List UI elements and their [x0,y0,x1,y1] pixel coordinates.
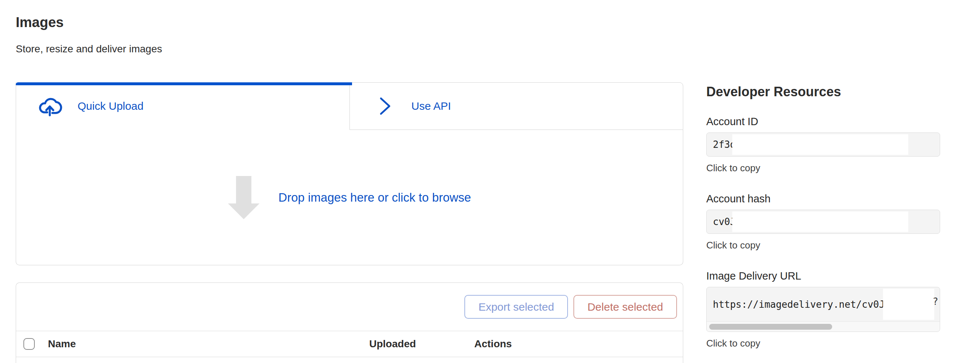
account-hash-copy-hint: Click to copy [706,240,940,251]
image-drop-zone[interactable]: Drop images here or click to browse [16,130,683,265]
account-id-label: Account ID [706,116,940,128]
redaction-overlay [732,134,908,155]
cloud-upload-icon [37,96,62,117]
image-list-panel: Export selected Delete selected Name Upl… [16,282,683,363]
horizontal-scrollbar-track [706,321,940,332]
account-id-copy-hint: Click to copy [706,162,940,174]
delete-selected-button[interactable]: Delete selected [573,295,677,319]
page-title: Images [16,14,64,30]
column-header-name: Name [48,338,76,350]
column-header-actions: Actions [474,338,512,350]
select-all-checkbox[interactable] [24,338,35,350]
tab-quick-upload[interactable]: Quick Upload [16,82,350,130]
tab-quick-upload-label: Quick Upload [78,100,143,112]
redaction-overlay [883,289,934,320]
chevron-right-icon [379,97,391,115]
image-delivery-url-label: Image Delivery URL [706,270,940,282]
drop-zone-label: Drop images here or click to browse [278,191,471,205]
images-page: Images Store, resize and deliver images … [0,0,980,363]
column-header-uploaded: Uploaded [369,338,416,350]
image-delivery-url-line: https://imagedelivery.net/cv0JSj ? [706,287,940,321]
account-id-value: 2f3d [706,139,736,150]
tab-use-api[interactable]: Use API [350,82,683,130]
table-header-row: Name Uploaded Actions [16,331,683,357]
sidebar-title: Developer Resources [706,84,940,100]
export-selected-button[interactable]: Export selected [465,295,568,319]
developer-resources-section: Developer Resources Account ID 2f3d Clic… [706,84,940,349]
account-hash-value: cv0J [706,216,736,227]
horizontal-scrollbar-thumb[interactable] [709,324,832,330]
redaction-overlay [732,212,908,232]
image-delivery-url-box[interactable]: https://imagedelivery.net/cv0JSj ? [706,287,940,332]
redacted-tail-fragment: ? [932,296,938,307]
account-id-value-box[interactable]: 2f3d [706,132,940,157]
account-hash-value-box[interactable]: cv0J [706,210,940,234]
image-delivery-url-copy-hint: Click to copy [706,338,940,349]
page-subtitle: Store, resize and deliver images [16,43,162,55]
tab-bar: Quick Upload Use API [16,82,683,130]
account-hash-label: Account hash [706,193,940,205]
list-toolbar: Export selected Delete selected [16,283,683,331]
tab-use-api-label: Use API [411,100,451,112]
active-tab-accent-bar [16,82,352,85]
drop-arrow-icon [228,176,259,219]
upload-panel: Quick Upload Use API Drop images here or… [16,82,683,265]
image-delivery-url-value: https://imagedelivery.net/cv0JSj [706,299,896,310]
